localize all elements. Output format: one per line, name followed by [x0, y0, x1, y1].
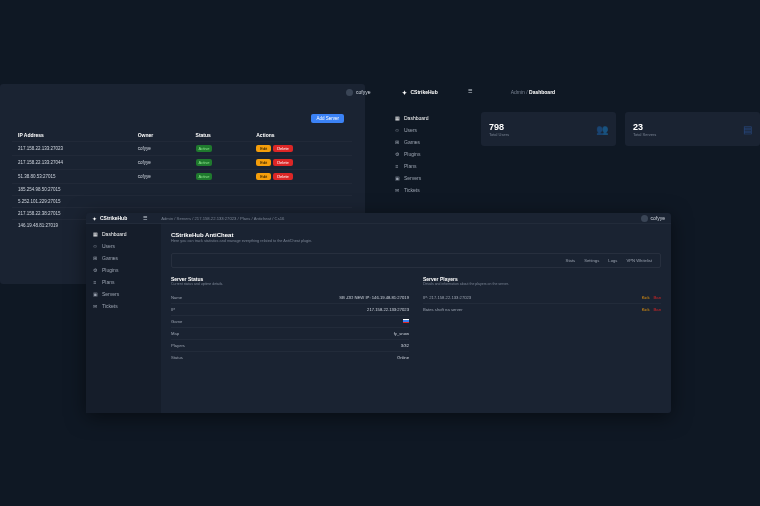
sidebar-item-dashboard[interactable]: ▦Dashboard — [86, 228, 161, 240]
add-server-button[interactable]: Add Server — [311, 114, 344, 123]
stat-label: Total Servers — [633, 132, 656, 137]
nav-label: Servers — [102, 291, 119, 297]
user-name: cofyye — [356, 89, 370, 95]
sidebar-item-tickets[interactable]: ✉Tickets — [86, 300, 161, 312]
cell-ip: 51.38.80.53:27015 — [12, 170, 132, 184]
table-row[interactable]: 185.254.98.50:27015 — [12, 184, 352, 196]
kick-button[interactable]: Kick — [642, 295, 650, 300]
tab-logs[interactable]: Logs — [608, 258, 617, 263]
kv-key: Name — [171, 295, 182, 300]
col-header: IP Address — [12, 129, 132, 142]
plans-icon: ≡ — [92, 279, 98, 285]
sidebar-item-servers[interactable]: ▣Servers — [86, 288, 161, 300]
edit-button[interactable]: Edit — [256, 145, 271, 152]
flag-icon — [403, 319, 409, 323]
table-row[interactable]: 217.158.22.133:27044cofyyeActiveEditDele… — [12, 156, 352, 170]
stat-value: 23 — [633, 122, 656, 132]
status-badge: Active — [196, 159, 213, 166]
users-icon: ☺ — [92, 243, 98, 249]
nav-label: Dashboard — [102, 231, 126, 237]
table-row[interactable]: 51.38.80.53:27015cofyyeActiveEditDelete — [12, 170, 352, 184]
nav-label: Plugins — [404, 151, 420, 157]
cell-owner — [132, 196, 190, 208]
sidebar-item-games[interactable]: ⊞Games — [388, 136, 473, 148]
stat-label: Total Users — [489, 132, 509, 137]
w2-header: ✦ CStrikeHub ☰ Admin / Servers / 217.158… — [86, 213, 671, 224]
cell-ip: 217.158.22.133:27044 — [12, 156, 132, 170]
status-row: StatusOnline — [171, 351, 409, 363]
w2-sidebar-toggle[interactable]: ☰ — [143, 215, 147, 221]
w2-tabs: StatsSettingsLogsVPN Whitelist — [171, 253, 661, 268]
status-row: Game — [171, 315, 409, 327]
main-sidenav: ▦Dashboard☺Users⊞Games⚙Plugins≡Plans▣Ser… — [388, 112, 473, 196]
w2-user-chip[interactable]: cofyye — [641, 215, 665, 222]
nav-label: Plans — [102, 279, 115, 285]
brand-text: CStrikeHub — [100, 215, 127, 221]
plugins-icon: ⚙ — [394, 151, 400, 157]
edit-button[interactable]: Edit — [256, 159, 271, 166]
cell-owner — [132, 184, 190, 196]
table-row[interactable]: 5.252.101.229:27015 — [12, 196, 352, 208]
sidebar-item-plugins[interactable]: ⚙Plugins — [86, 264, 161, 276]
ban-button[interactable]: Ban — [654, 295, 661, 300]
kv-value: 3/32 — [401, 343, 409, 348]
kv-value: Online — [397, 355, 409, 360]
status-badge: Active — [196, 173, 213, 180]
user-chip[interactable]: cofyye — [346, 89, 370, 96]
player-row: IP: 217.158.22.133:27023KickBan — [423, 292, 661, 303]
table-row[interactable]: 217.158.22.133:27023cofyyeActiveEditDele… — [12, 142, 352, 156]
delete-button[interactable]: Delete — [273, 145, 293, 152]
nav-label: Users — [102, 243, 115, 249]
sidebar-item-games[interactable]: ⊞Games — [86, 252, 161, 264]
stat-cards: 798Total Users👥23Total Servers▤ — [481, 112, 760, 146]
cell-owner: cofyye — [132, 142, 190, 156]
cell-ip: 217.158.22.133:27023 — [12, 142, 132, 156]
sidebar-item-servers[interactable]: ▣Servers — [388, 172, 473, 184]
tab-settings[interactable]: Settings — [584, 258, 599, 263]
kick-button[interactable]: Kick — [642, 307, 650, 312]
col-header: Status — [190, 129, 251, 142]
sidebar-item-plans[interactable]: ≡Plans — [86, 276, 161, 288]
games-icon: ⊞ — [394, 139, 400, 145]
sidebar-item-plans[interactable]: ≡Plans — [388, 160, 473, 172]
page-title: CStrikeHub AntiCheat — [171, 232, 661, 238]
col-header: Owner — [132, 129, 190, 142]
status-row: Mapfy_snow — [171, 327, 409, 339]
kv-key: IP — [171, 307, 175, 312]
ban-button[interactable]: Ban — [654, 307, 661, 312]
kv-value: SB -DD NEW IP: 146.19.48.81:27019 — [339, 295, 409, 300]
sidebar-item-users[interactable]: ☺Users — [86, 240, 161, 252]
nav-label: Users — [404, 127, 417, 133]
delete-button[interactable]: Delete — [273, 159, 293, 166]
sidebar-item-users[interactable]: ☺Users — [388, 124, 473, 136]
sidebar-item-tickets[interactable]: ✉Tickets — [388, 184, 473, 196]
status-row: Players3/32 — [171, 339, 409, 351]
nav-label: Games — [404, 139, 420, 145]
status-sub: Current status and uptime details. — [171, 282, 409, 286]
col-header: Actions — [250, 129, 352, 142]
delete-button[interactable]: Delete — [273, 173, 293, 180]
tab-stats[interactable]: Stats — [566, 258, 576, 263]
games-icon: ⊞ — [92, 255, 98, 261]
breadcrumb-prefix: Admin / — [511, 89, 529, 95]
edit-button[interactable]: Edit — [256, 173, 271, 180]
stat-icon: ▤ — [743, 124, 752, 135]
tickets-icon: ✉ — [394, 187, 400, 193]
users-icon: ☺ — [394, 127, 400, 133]
stat-card: 798Total Users👥 — [481, 112, 616, 146]
w2-sidenav: ▦Dashboard☺Users⊞Games⚙Plugins≡Plans▣Ser… — [86, 224, 161, 413]
sidebar-item-dashboard[interactable]: ▦Dashboard — [388, 112, 473, 124]
nav-label: Plugins — [102, 267, 118, 273]
nav-label: Tickets — [102, 303, 118, 309]
kv-value: 217.158.22.133:27023 — [367, 307, 409, 312]
dashboard-icon: ▦ — [394, 115, 400, 121]
brand[interactable]: ✦ CStrikeHub — [402, 89, 437, 96]
status-badge: Active — [196, 145, 213, 152]
menu-toggle-icon[interactable]: ☰ — [468, 88, 476, 96]
sidebar-item-plugins[interactable]: ⚙Plugins — [388, 148, 473, 160]
stat-icon: 👥 — [596, 124, 608, 135]
w2-user-name: cofyye — [651, 215, 665, 221]
nav-label: Tickets — [404, 187, 420, 193]
plugins-icon: ⚙ — [92, 267, 98, 273]
tab-vpn-whitelist[interactable]: VPN Whitelist — [626, 258, 652, 263]
